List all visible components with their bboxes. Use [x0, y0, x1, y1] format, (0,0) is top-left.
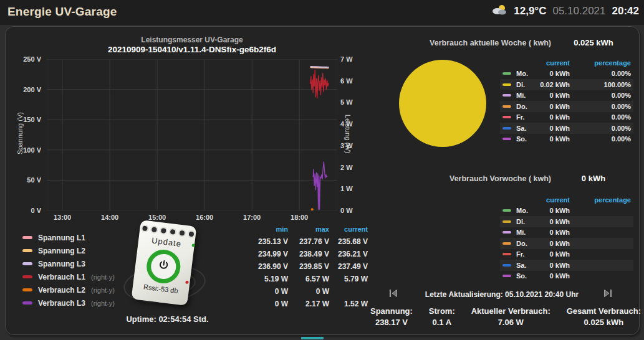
week-row-mo: Mo.0 kWh0.00%: [500, 68, 633, 80]
legend-item-verbrauch-l2[interactable]: Verbrauch L2(right-y): [22, 283, 115, 296]
prev-page-button[interactable]: [388, 288, 399, 298]
footer-stat: Strom:0.1 A: [429, 306, 455, 327]
day-label: Do.: [516, 103, 537, 110]
legend-swatch: [22, 236, 32, 239]
y-right-tick: 4 W: [340, 120, 353, 128]
day-percentage: 0.00%: [572, 113, 631, 121]
stats-cell: 238.49 V: [289, 248, 330, 260]
stats-cell: 237.76 V: [289, 235, 330, 248]
week-previous-table: currentpercentageMo.0 kWhDi.0 kWhMi.0 kW…: [500, 194, 633, 281]
y-right-tick: 1 W: [340, 185, 353, 192]
x-tick: 13:00: [49, 214, 76, 221]
y-axis-right-ticks: 0 W1 W2 W3 W4 W5 W6 W7 W: [340, 59, 365, 210]
day-current: 0 kWh: [540, 262, 570, 269]
week-row-do: Do.0 kWh: [500, 238, 633, 249]
stats-cell: 0 W: [247, 285, 289, 298]
day-swatch: [502, 275, 511, 277]
day-current: 0 kWh: [540, 113, 570, 121]
day-swatch: [502, 127, 511, 130]
day-current: 0 kWh: [540, 125, 570, 132]
x-tick: 18:00: [286, 214, 313, 221]
stats-cell: 0 W: [247, 298, 289, 310]
day-label: Di.: [516, 81, 537, 88]
chart-title: Leistungsmesser UV-Garage: [47, 35, 337, 44]
footer-stat-label: Strom:: [429, 306, 455, 316]
day-label: Fr.: [516, 113, 537, 121]
week-header-percentage: percentage: [572, 196, 631, 204]
chart-gridlines: [47, 59, 337, 210]
week-current-table: currentpercentageMo.0 kWh0.00%Di.0.02 kW…: [500, 57, 633, 144]
footer-stat-value: 0.1 A: [429, 318, 455, 327]
power-icon: [156, 258, 171, 275]
week-table-header: currentpercentage: [500, 194, 633, 205]
y-right-tick: 5 W: [340, 98, 353, 106]
series-verbrauch-l2: [311, 208, 314, 210]
legend-item-spannung-l2[interactable]: Spannung L2: [22, 244, 115, 257]
status-led-green: [191, 243, 195, 247]
footer-stat: Spannung:238.17 V: [370, 306, 413, 327]
footer-stat-label: Gesamt Verbrauch:: [567, 306, 641, 316]
day-swatch: [502, 253, 511, 255]
day-percentage: 0.00%: [572, 103, 631, 110]
y-right-tick: 7 W: [340, 55, 353, 63]
next-page-button[interactable]: [602, 288, 613, 298]
day-label: Mo.: [516, 70, 537, 77]
temperature: 12,9°C: [514, 5, 546, 17]
chart-subtitle: 20210909-150410/v1.11.4-DNSfix-ge6b2f6d: [34, 45, 350, 54]
stats-header: min: [247, 223, 289, 235]
x-tick: 17:00: [238, 214, 266, 221]
stats-cell: 5.19 W: [247, 273, 289, 285]
x-tick: 16:00: [191, 214, 218, 221]
day-swatch: [502, 72, 511, 75]
day-swatch: [502, 105, 511, 108]
legend-item-spannung-l3[interactable]: Spannung L3: [22, 257, 115, 270]
day-swatch: [502, 138, 511, 140]
day-current: 0 kWh: [540, 229, 570, 236]
week-current-title: Verbrauch aktuelle Woche ( kwh): [382, 39, 551, 47]
y-left-tick: 200 V: [14, 86, 41, 93]
week-row-sa: Sa.0 kWh: [500, 260, 633, 271]
dashboard: Energie UV-Garage 12,9°C 05.10.2021 20:4…: [0, 0, 644, 340]
week-previous-total: 0 kWh: [555, 174, 632, 183]
day-label: Di.: [516, 218, 537, 225]
day-current: 0 kWh: [540, 70, 570, 77]
day-current: 0 kWh: [540, 207, 570, 214]
footer-stat-value: 0.025 kWh: [567, 318, 641, 327]
stats-cell: 6.57 W: [289, 273, 330, 285]
y-right-tick: 0 W: [340, 207, 353, 214]
week-row-so: So.0 kWh: [500, 271, 633, 282]
last-update-label: Letzte Aktualisierung: 05.10.2021 20:40 …: [418, 290, 586, 299]
day-current: 0 kWh: [540, 240, 570, 247]
y-left-tick: 50 V: [14, 176, 41, 184]
series-verbrauch-l1: [310, 70, 329, 98]
stats-header: current: [330, 223, 369, 235]
legend-item-spannung-l1[interactable]: Spannung L1: [22, 231, 115, 244]
day-label: Do.: [516, 240, 537, 247]
legend-label: Verbrauch L2: [38, 286, 85, 295]
page-title: Energie UV-Garage: [7, 5, 117, 19]
week-previous-title: Verbrauch Vorwoche ( kwh): [382, 174, 551, 183]
y-right-tick: 2 W: [340, 164, 353, 171]
week-table-header: currentpercentage: [500, 57, 633, 68]
day-percentage: 0.00%: [572, 135, 631, 143]
day-label: Sa.: [516, 262, 537, 269]
stats-cell: 236.90 V: [247, 260, 289, 273]
legend-item-verbrauch-l3[interactable]: Verbrauch L3(right-y): [22, 296, 115, 309]
day-current: 0 kWh: [540, 135, 570, 143]
y-left-tick: 0 V: [14, 207, 41, 214]
legend-item-verbrauch-l1[interactable]: Verbrauch L1(right-y): [22, 270, 115, 283]
day-percentage: 0.00%: [572, 92, 631, 99]
device-body: Update Rssi:-53 db: [132, 220, 197, 306]
header-bar: Energie UV-Garage 12,9°C 05.10.2021 20:4…: [0, 0, 644, 25]
legend-label: Spannung L2: [38, 247, 85, 255]
stats-cell: 0 W: [289, 285, 330, 298]
page-indicator[interactable]: [301, 337, 324, 339]
y-left-tick: 100 V: [14, 146, 41, 154]
legend-suffix: (right-y): [91, 300, 115, 307]
update-button[interactable]: [145, 248, 182, 285]
legend-swatch: [22, 249, 32, 252]
series-verbrauch-l3: [313, 162, 327, 209]
status-led-red: [185, 280, 189, 284]
uptime-label: Uptime: 02:54:54 Std.: [116, 314, 219, 324]
stats-cell: [330, 285, 369, 298]
